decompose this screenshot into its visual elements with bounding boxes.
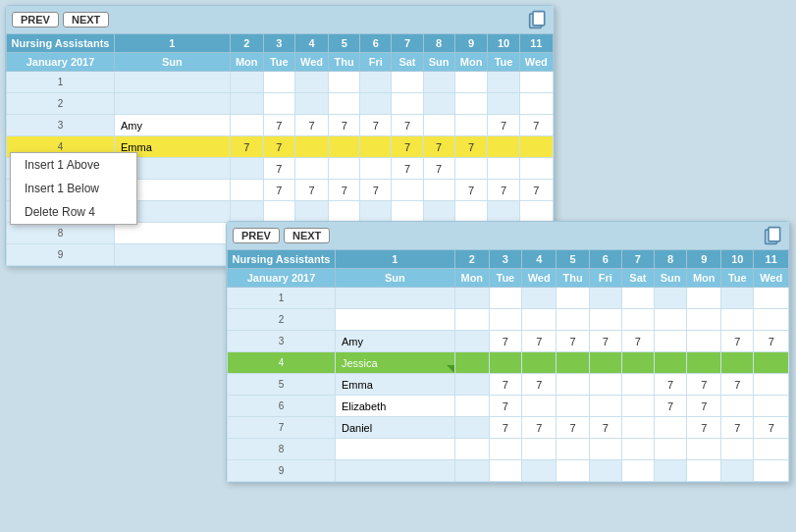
day-sat-1: Sat	[392, 53, 423, 72]
day-sun-1: Sun	[115, 53, 231, 72]
week-4-header: 4	[294, 34, 328, 53]
context-menu-insert-below[interactable]: Insert 1 Below	[11, 177, 136, 200]
table-row: 2	[7, 93, 554, 115]
row-name-cell-amy[interactable]: Amy	[336, 331, 455, 352]
row-name-cell[interactable]	[115, 244, 231, 266]
copy-icon[interactable]	[528, 10, 548, 29]
svg-rect-3	[769, 228, 780, 241]
bottom-month-header: January 2017	[228, 269, 336, 288]
bottom-week-header-row: Nursing Assistants 1 2 3 4 5 6 7 8 9 10 …	[228, 250, 789, 269]
day-tue-2: Tue	[488, 53, 519, 72]
bottom-next-button[interactable]: NEXT	[284, 228, 330, 243]
context-menu: Insert 1 Above Insert 1 Below Delete Row…	[10, 152, 137, 225]
top-toolbar: PREV NEXT	[6, 6, 554, 33]
bottom-day-header-row: January 2017 Sun Mon Tue Wed Thu Fri Sat…	[228, 269, 789, 288]
context-menu-insert-above[interactable]: Insert 1 Above	[11, 153, 136, 177]
context-menu-delete-row[interactable]: Delete Row 4	[11, 200, 136, 224]
row-name-cell-daniel[interactable]: Daniel	[336, 417, 455, 439]
week-6-header: 6	[360, 34, 392, 53]
row-name-cell[interactable]	[336, 460, 455, 482]
week-10-header: 10	[488, 34, 519, 53]
week-3-header: 3	[263, 34, 294, 53]
week-2-header: 2	[230, 34, 263, 53]
bottom-schedule-table: Nursing Assistants 1 2 3 4 5 6 7 8 9 10 …	[227, 249, 789, 482]
week-11-header: 11	[519, 34, 553, 53]
row-index: 3	[7, 115, 115, 136]
table-row: 3 Amy 7 7 7 7 7 7 7 7	[228, 331, 789, 352]
day-tue-1: Tue	[263, 53, 294, 72]
row-name-cell[interactable]	[115, 72, 231, 93]
bottom-copy-icon[interactable]	[764, 226, 783, 245]
row-name-cell-jessica[interactable]: Jessica	[336, 352, 455, 374]
row-name-cell-elizabeth[interactable]: Elizabeth	[336, 396, 455, 417]
week-8-header: 8	[423, 34, 454, 53]
bottom-prev-button[interactable]: PREV	[233, 228, 280, 243]
row-index: 1	[7, 72, 115, 93]
week-9-header: 9	[454, 34, 488, 53]
table-row: 9	[228, 460, 789, 482]
row-index: 9	[7, 244, 115, 266]
table-row: 2	[228, 309, 789, 331]
bottom-schedule-window: PREV NEXT Nursing Assistants 1 2 3 4 5 6…	[226, 221, 790, 483]
row-index: 8	[7, 223, 115, 244]
table-row: 7 Daniel 7 7 7 7 7 7 7 7	[228, 417, 789, 439]
week-header-row: Nursing Assistants 1 2 3 4 5 6 7 8 9 10 …	[7, 34, 554, 53]
row-name-cell[interactable]	[336, 439, 455, 460]
day-wed-2: Wed	[519, 53, 553, 72]
table-row: 3 Amy 7 7 7 7 7 7 7 7	[7, 115, 554, 136]
schedule-title-header: Nursing Assistants	[7, 34, 115, 53]
day-wed-1: Wed	[294, 53, 328, 72]
day-sun-2: Sun	[423, 53, 454, 72]
month-header: January 2017	[7, 53, 115, 72]
bottom-schedule-title: Nursing Assistants	[228, 250, 336, 269]
week-5-header: 5	[329, 34, 360, 53]
svg-rect-1	[533, 12, 545, 26]
prev-button[interactable]: PREV	[12, 12, 59, 27]
row-name-cell[interactable]	[115, 93, 231, 115]
table-row-jessica: 4 Jessica	[228, 352, 789, 374]
day-header-row: January 2017 Sun Mon Tue Wed Thu Fri Sat…	[7, 53, 554, 72]
row-name-cell[interactable]	[336, 309, 455, 331]
table-row: 1	[228, 288, 789, 309]
row-index: 2	[7, 93, 115, 115]
table-row: 6 Elizabeth 7 7 7	[228, 396, 789, 417]
day-thu-1: Thu	[329, 53, 360, 72]
table-row: 8	[228, 439, 789, 460]
day-mon-2: Mon	[454, 53, 488, 72]
row-name-cell-emma[interactable]: Emma	[336, 374, 455, 396]
table-row: 5 Emma 7 7 7 7 7	[228, 374, 789, 396]
week-7-header: 7	[392, 34, 423, 53]
week-1-header: 1	[115, 34, 231, 53]
row-name-cell[interactable]	[115, 223, 231, 244]
day-fri-1: Fri	[360, 53, 392, 72]
bottom-toolbar: PREV NEXT	[227, 222, 789, 249]
day-mon-1: Mon	[230, 53, 263, 72]
table-row: 1	[7, 72, 554, 93]
row-name-cell[interactable]: Amy	[115, 115, 231, 136]
next-button[interactable]: NEXT	[63, 12, 109, 27]
row-name-cell[interactable]	[336, 288, 455, 309]
